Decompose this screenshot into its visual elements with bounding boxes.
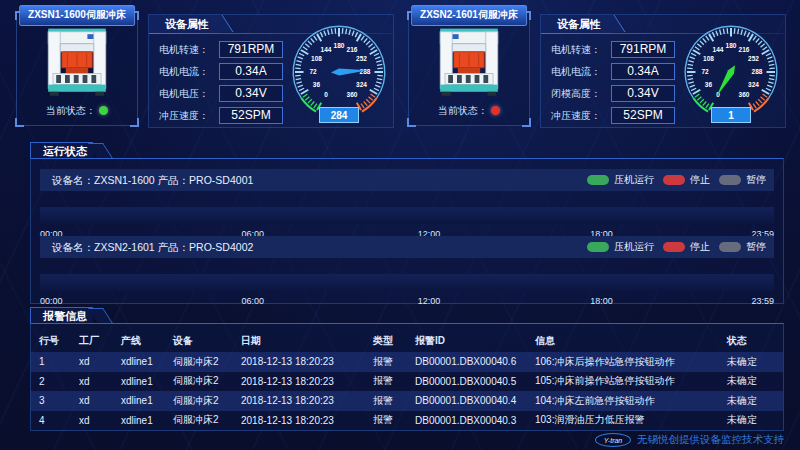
time-axis: 00:0006:0012:0018:0023:59 [40, 296, 774, 308]
alarm-cell: 106:冲床后操作站急停按钮动作 [535, 355, 727, 369]
status-dot [99, 106, 108, 115]
alarm-cell: DB00001.DBX00040.6 [415, 356, 535, 367]
corner-accent [15, 118, 24, 127]
svg-text:0: 0 [324, 91, 328, 98]
properties-tab: 设备属性 [541, 15, 611, 33]
alarm-cell: 报警 [373, 394, 415, 408]
machine-group-2: ZXSN2-1601伺服冲床 [394, 0, 790, 140]
property-list: 电机转速：791RPM电机电流：0.34A电机电压：0.34V冲压速度：52SP… [159, 40, 283, 128]
property-value: 52SPM [611, 107, 675, 124]
property-row: 电机转速：791RPM [159, 40, 283, 57]
property-value: 0.34A [611, 63, 675, 80]
property-value: 0.34V [219, 85, 283, 102]
alarm-header-cell: 信息 [535, 334, 727, 348]
alarm-cell: 2018-12-13 18:20:23 [241, 415, 373, 426]
status-legend: 压机运行停止暂停 [587, 169, 766, 191]
property-value: 0.34A [219, 63, 283, 80]
legend-item: 压机运行 [587, 169, 654, 191]
device-status-block: 设备名：ZXSN2-1601 产品：PRO-SD4002压机运行停止暂停00:0… [40, 236, 774, 258]
alarm-header-cell: 行号 [39, 334, 79, 348]
svg-text:360: 360 [347, 91, 358, 98]
press-machine-image [37, 26, 117, 100]
svg-text:36: 36 [705, 81, 713, 88]
alarm-header-cell: 报警ID [415, 334, 535, 348]
svg-text:36: 36 [313, 81, 321, 88]
machine-group-1: ZXSN1-1600伺服冲床 [2, 0, 398, 140]
alarm-cell: DB00001.DBX00040.3 [415, 415, 535, 426]
alarm-cell: DB00001.DBX00040.4 [415, 395, 535, 406]
property-value: 791RPM [219, 41, 283, 58]
alarm-cell: 104:冲床左前急停按钮动作 [535, 394, 727, 408]
footer: Y-tran 无锡悦创提供设备监控技术支持 [595, 433, 784, 447]
property-row: 冲压速度：52SPM [551, 106, 675, 123]
svg-text:324: 324 [748, 81, 759, 88]
property-value: 0.34V [611, 85, 675, 102]
machine-panel: ZXSN1-1600伺服冲床 [16, 12, 138, 126]
alarm-cell: 报警 [373, 413, 415, 427]
legend-label: 停止 [690, 236, 710, 258]
alarm-header-cell: 类型 [373, 334, 415, 348]
property-row: 电机电流：0.34A [551, 62, 675, 79]
speed-gauge: 03672108144180216252288324360 1 [677, 23, 785, 127]
svg-text:108: 108 [703, 55, 714, 62]
alarm-cell: 未确定 [727, 355, 785, 369]
alarm-cell: 105:冲床前操作站急停按钮动作 [535, 374, 727, 388]
alarm-cell: 2018-12-13 18:20:23 [241, 376, 373, 387]
device-properties-panel: 设备属性 电机转速：791RPM电机电流：0.34A闭模高度：0.34V冲压速度… [540, 14, 786, 128]
section-tab-alarms: 报警信息 [30, 307, 93, 323]
property-value: 52SPM [219, 107, 283, 124]
machine-title: ZXSN1-1600伺服冲床 [19, 5, 135, 26]
device-name-bar: 设备名：ZXSN1-1600 产品：PRO-SD4001压机运行停止暂停 [40, 169, 774, 191]
status-label: 当前状态： [438, 105, 488, 116]
legend-item: 停止 [663, 169, 710, 191]
machine-title: ZXSN2-1601伺服冲床 [411, 5, 527, 26]
alarm-cell: 1 [39, 356, 79, 367]
legend-swatch [719, 175, 741, 185]
device-status-block: 设备名：ZXSN1-1600 产品：PRO-SD4001压机运行停止暂停00:0… [40, 169, 774, 191]
property-label: 电机转速： [551, 43, 611, 57]
svg-text:216: 216 [739, 46, 750, 53]
alarm-row[interactable]: 4xdxdline1伺服冲床22018-12-13 18:20:23报警DB00… [31, 411, 783, 431]
alarm-header-cell: 状态 [727, 334, 785, 348]
run-status-panel: 设备名：ZXSN1-1600 产品：PRO-SD4001压机运行停止暂停00:0… [30, 158, 784, 304]
time-tick: 00:00 [40, 296, 63, 306]
alarm-cell: xd [79, 376, 121, 387]
svg-text:360: 360 [739, 91, 750, 98]
property-row: 电机电压：0.34V [159, 84, 283, 101]
status-label: 当前状态： [46, 105, 96, 116]
alarm-cell: 报警 [373, 355, 415, 369]
alarm-row[interactable]: 1xdxdline1伺服冲床22018-12-13 18:20:23报警DB00… [31, 352, 783, 372]
property-label: 电机电压： [159, 87, 219, 101]
alarm-cell: xd [79, 395, 121, 406]
svg-text:288: 288 [360, 68, 371, 75]
property-label: 冲压速度： [159, 109, 219, 123]
svg-text:288: 288 [752, 68, 763, 75]
time-tick: 18:00 [590, 296, 613, 306]
dashboard-screen: ZXSN1-1600伺服冲床 [0, 0, 800, 450]
legend-swatch [587, 242, 609, 252]
alarm-row[interactable]: 3xdxdline1伺服冲床22018-12-13 18:20:23报警DB00… [31, 391, 783, 411]
property-row: 闭模高度：0.34V [551, 84, 675, 101]
time-tick: 06:00 [242, 296, 265, 306]
alarm-row[interactable]: 2xdxdline1伺服冲床22018-12-13 18:20:23报警DB00… [31, 372, 783, 392]
device-name: 设备名：ZXSN1-1600 产品：PRO-SD4001 [40, 174, 253, 186]
alarm-cell: 伺服冲床2 [173, 394, 241, 408]
alarm-cell: 103:润滑油压力低压报警 [535, 413, 727, 427]
gauge-value-badge: 1 [711, 107, 751, 123]
alarm-cell: DB00001.DBX00040.5 [415, 376, 535, 387]
legend-swatch [663, 175, 685, 185]
status-legend: 压机运行停止暂停 [587, 236, 766, 258]
alarm-cell: xd [79, 415, 121, 426]
current-status: 当前状态： [409, 104, 529, 118]
property-label: 电机转速： [159, 43, 219, 57]
legend-label: 停止 [690, 169, 710, 191]
property-label: 电机电流： [159, 65, 219, 79]
property-label: 电机电流： [551, 65, 611, 79]
alarm-cell: 伺服冲床2 [173, 355, 241, 369]
alarm-cell: 3 [39, 395, 79, 406]
time-tick: 23:59 [751, 296, 774, 306]
svg-text:144: 144 [713, 46, 724, 53]
property-label: 冲压速度： [551, 109, 611, 123]
alarm-cell: xdline1 [121, 376, 173, 387]
vendor-logo: Y-tran [595, 433, 631, 447]
